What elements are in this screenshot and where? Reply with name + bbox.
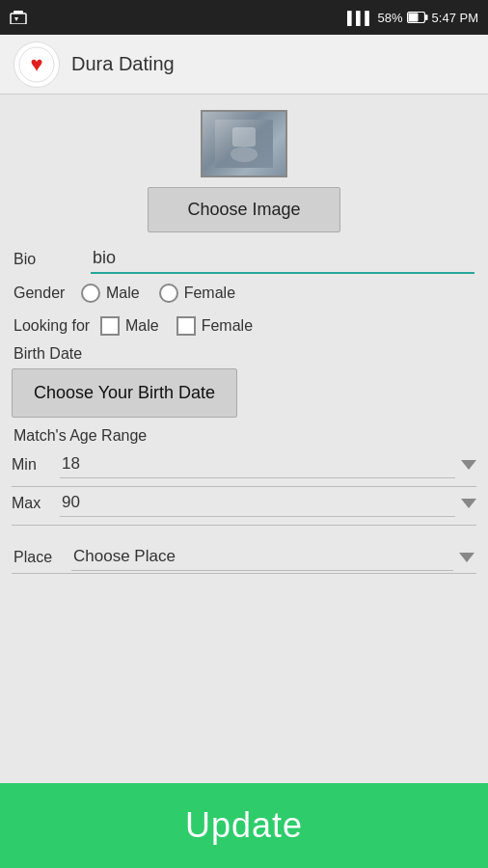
looking-female-option[interactable]: Female [176,316,253,336]
gender-female-option[interactable]: Female [159,284,235,303]
age-max-label: Max [12,495,60,512]
looking-for-row: Looking for Male Female [12,316,476,336]
age-max-value: 90 [60,489,455,517]
looking-male-option[interactable]: Male [100,316,159,336]
image-section: Choose Image [12,110,476,232]
gender-male-label: Male [106,285,140,302]
birth-date-label: Birth Date [12,345,476,363]
age-range-section: Match's Age Range Min 18 Max 90 [12,427,476,526]
gender-male-option[interactable]: Male [81,284,140,303]
age-min-label: Min [12,456,60,474]
bio-label: Bio [14,251,91,268]
svg-rect-5 [425,14,428,20]
signal-icon: ▌▌▌ [347,11,374,25]
bio-field-row: Bio [12,244,476,274]
looking-female-label: Female [202,317,253,335]
app-bar: ♥ Dura Dating [0,35,488,95]
gender-male-radio[interactable] [81,284,100,303]
update-button[interactable]: Update [0,783,488,868]
svg-rect-1 [14,11,23,14]
gender-female-label: Female [184,285,235,302]
age-max-arrow[interactable] [461,499,476,508]
age-min-arrow[interactable] [461,460,476,470]
age-min-value: 18 [60,450,455,478]
age-divider [12,486,476,487]
battery-percent: 58% [378,11,403,25]
bio-input[interactable] [91,244,474,274]
status-left-icons [10,11,27,24]
status-right-icons: ▌▌▌ 58% 5:47 PM [347,11,478,25]
choose-image-button[interactable]: Choose Image [148,187,339,232]
svg-point-10 [230,147,258,162]
gender-label: Gender [14,285,81,302]
age-range-title: Match's Age Range [12,427,476,445]
app-title: Dura Dating [71,53,175,75]
looking-male-checkbox[interactable] [100,316,120,336]
place-arrow[interactable] [459,553,474,562]
place-divider [12,573,476,574]
app-logo: ♥ [14,41,60,88]
age-max-row: Max 90 [12,489,476,517]
birth-date-section: Birth Date Choose Your Birth Date [12,345,476,418]
status-bar: ▌▌▌ 58% 5:47 PM [0,0,488,35]
gender-female-radio[interactable] [159,284,178,303]
place-row: Place Choose Place [12,537,476,571]
svg-rect-9 [232,127,256,147]
place-value[interactable]: Choose Place [71,543,453,571]
profile-image [201,110,287,177]
time-display: 5:47 PM [432,11,478,25]
svg-rect-0 [11,14,26,24]
svg-marker-2 [14,17,18,21]
choose-birth-date-button[interactable]: Choose Your Birth Date [12,368,237,418]
svg-text:♥: ♥ [30,52,42,76]
place-label: Place [14,549,71,566]
form-section: Bio Gender Male Female Looking for Male [12,244,476,574]
main-content: Choose Image Bio Gender Male Female Look… [0,95,488,574]
gender-row: Gender Male Female [12,278,476,309]
looking-for-label: Looking for [14,317,100,335]
svg-rect-4 [408,14,418,22]
looking-female-checkbox[interactable] [176,316,196,336]
age-min-row: Min 18 [12,450,476,478]
age-max-divider [12,525,476,526]
looking-male-label: Male [125,317,159,335]
